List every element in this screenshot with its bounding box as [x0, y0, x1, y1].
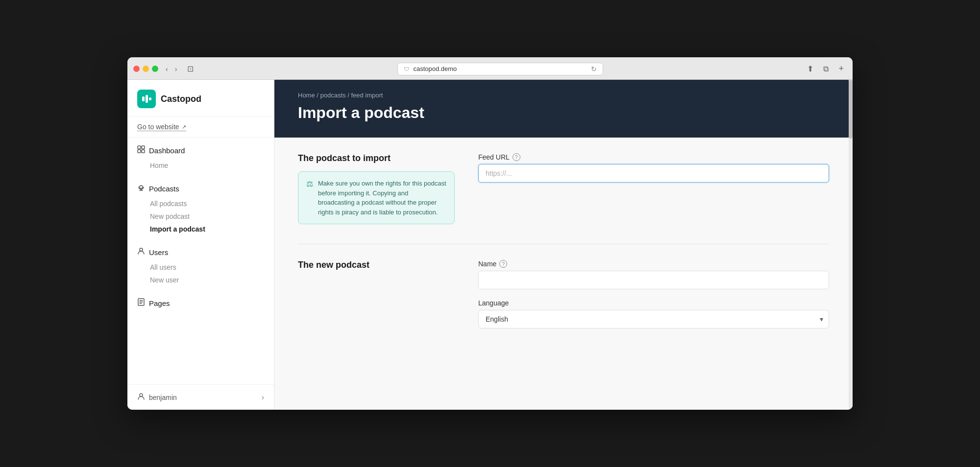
- traffic-lights: [133, 66, 158, 72]
- user-chevron-icon: ›: [262, 393, 264, 402]
- refresh-icon[interactable]: ↻: [591, 65, 597, 73]
- section1-title: The podcast to import: [298, 153, 455, 163]
- svg-rect-4: [142, 146, 145, 149]
- info-box-text: Make sure you own the rights for this po…: [318, 179, 446, 217]
- svg-rect-5: [138, 150, 141, 153]
- language-label: Language: [478, 299, 829, 307]
- browser-chrome: ‹ › ⊡ 🛡 castopod.demo ↻ ⬆ ⧉ +: [127, 57, 853, 80]
- forward-button[interactable]: ›: [172, 64, 180, 74]
- dashboard-icon: [137, 145, 145, 155]
- sidebar-section-users: Users All users New user: [127, 239, 274, 290]
- user-icon: [137, 393, 145, 402]
- section1-label-area: The podcast to import ⚖ Make sure you ow…: [298, 153, 455, 224]
- svg-rect-6: [142, 150, 145, 153]
- svg-point-7: [140, 186, 143, 188]
- breadcrumb: Home / podcasts / feed import: [298, 92, 829, 99]
- svg-rect-1: [146, 95, 148, 103]
- sidebar-user-footer[interactable]: benjamin ›: [127, 384, 274, 410]
- sidebar-section-header-podcasts: Podcasts: [137, 184, 264, 193]
- sidebar-logo: Castopod: [127, 80, 274, 117]
- podcasts-label: Podcasts: [149, 185, 179, 193]
- name-group: Name ?: [478, 260, 829, 289]
- feed-url-help-icon[interactable]: ?: [513, 153, 520, 161]
- form-section-new-podcast: The new podcast Name ? Language: [298, 260, 829, 338]
- page-title: Import a podcast: [298, 104, 829, 122]
- security-icon: 🛡: [404, 66, 409, 72]
- dashboard-label: Dashboard: [149, 146, 185, 155]
- pages-label: Pages: [149, 299, 170, 307]
- app-layout: Castopod Go to website ↗: [127, 80, 853, 410]
- form-content: The podcast to import ⚖ Make sure you ow…: [274, 138, 853, 410]
- app-logo-text: Castopod: [161, 94, 201, 104]
- sidebar-section-pages: Pages: [127, 290, 274, 316]
- sidebar-section-dashboard: Dashboard Home: [127, 138, 274, 176]
- svg-point-8: [140, 248, 143, 251]
- tabs-button[interactable]: ⧉: [820, 63, 832, 75]
- section-divider: [298, 244, 829, 244]
- close-button[interactable]: [133, 66, 140, 72]
- info-box: ⚖ Make sure you own the rights for this …: [298, 171, 455, 224]
- sidebar-item-new-user[interactable]: New user: [137, 274, 264, 286]
- section2-title: The new podcast: [298, 260, 455, 270]
- go-to-website-link[interactable]: Go to website ↗: [137, 123, 186, 131]
- info-box-icon: ⚖: [306, 179, 313, 188]
- svg-rect-0: [142, 96, 145, 101]
- language-group: Language English French Spanish German I…: [478, 299, 829, 328]
- feed-url-label: Feed URL ?: [478, 153, 829, 161]
- sidebar-item-home[interactable]: Home: [137, 159, 264, 172]
- form-section-import: The podcast to import ⚖ Make sure you ow…: [298, 153, 829, 224]
- sidebar: Castopod Go to website ↗: [127, 80, 274, 410]
- sidebar-section-header-pages: Pages: [137, 298, 264, 308]
- sidebar-item-all-podcasts[interactable]: All podcasts: [137, 197, 264, 210]
- nav-buttons: ‹ ›: [163, 64, 179, 74]
- new-tab-button[interactable]: +: [835, 62, 847, 75]
- sidebar-section-header-dashboard: Dashboard: [137, 145, 264, 155]
- users-label: Users: [149, 248, 168, 257]
- section2-fields: Name ? Language English French: [478, 260, 829, 338]
- users-icon: [137, 247, 145, 257]
- feed-url-input[interactable]: [478, 164, 829, 183]
- name-label: Name ?: [478, 260, 829, 268]
- back-button[interactable]: ‹: [163, 64, 171, 74]
- scrollbar-thumb[interactable]: [849, 80, 853, 139]
- svg-rect-3: [138, 146, 141, 149]
- address-bar[interactable]: 🛡 castopod.demo ↻: [397, 63, 603, 75]
- name-input[interactable]: [478, 271, 829, 289]
- language-select-wrapper: English French Spanish German Italian ▾: [478, 310, 829, 328]
- section2-label-area: The new podcast: [298, 260, 455, 338]
- minimize-button[interactable]: [143, 66, 149, 72]
- go-to-website-section: Go to website ↗: [127, 117, 274, 138]
- svg-point-10: [140, 394, 143, 397]
- share-button[interactable]: ⬆: [804, 63, 816, 75]
- feed-url-group: Feed URL ?: [478, 153, 829, 183]
- sidebar-user-info: benjamin: [137, 393, 177, 402]
- name-help-icon[interactable]: ?: [499, 260, 507, 268]
- external-link-icon: ↗: [182, 124, 186, 130]
- browser-actions: ⬆ ⧉ +: [804, 62, 847, 75]
- section1-fields: Feed URL ?: [478, 153, 829, 224]
- app-logo-icon: [137, 90, 156, 108]
- sidebar-item-new-podcast[interactable]: New podcast: [137, 210, 264, 223]
- username-label: benjamin: [149, 394, 177, 401]
- main-content: Home / podcasts / feed import Import a p…: [274, 80, 853, 410]
- svg-rect-2: [149, 97, 151, 100]
- sidebar-item-all-users[interactable]: All users: [137, 261, 264, 274]
- page-header: Home / podcasts / feed import Import a p…: [274, 80, 853, 138]
- scrollbar-track[interactable]: [849, 80, 853, 410]
- browser-window: ‹ › ⊡ 🛡 castopod.demo ↻ ⬆ ⧉ +: [127, 57, 853, 410]
- sidebar-section-podcasts: Podcasts All podcasts New podcast Import…: [127, 176, 274, 239]
- maximize-button[interactable]: [152, 66, 158, 72]
- pages-icon: [137, 298, 145, 308]
- url-text: castopod.demo: [413, 65, 457, 72]
- podcasts-icon: [137, 184, 145, 193]
- sidebar-section-header-users: Users: [137, 247, 264, 257]
- sidebar-toggle-button[interactable]: ⊡: [184, 63, 196, 74]
- language-select[interactable]: English French Spanish German Italian: [478, 310, 829, 328]
- sidebar-item-import-podcast[interactable]: Import a podcast: [137, 223, 264, 235]
- address-bar-container: 🛡 castopod.demo ↻: [201, 63, 799, 75]
